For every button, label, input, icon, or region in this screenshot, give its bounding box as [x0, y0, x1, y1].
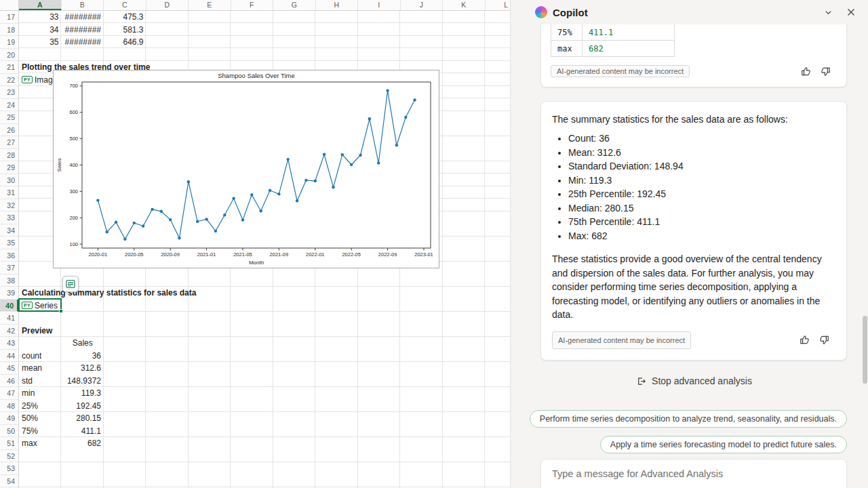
cell-A46[interactable]: std — [19, 375, 62, 388]
suggestion-chip-1[interactable]: Perform time series decomposition to ana… — [530, 410, 847, 428]
cell-B43[interactable]: Sales — [62, 337, 104, 350]
column-header-J[interactable]: J — [401, 0, 443, 10]
column-header-E[interactable]: E — [189, 0, 231, 10]
cell-A49[interactable]: 50% — [19, 412, 62, 425]
python-output-card-button[interactable] — [62, 276, 79, 292]
panel-scrollbar[interactable] — [863, 316, 867, 384]
cell-A18[interactable]: 34 — [19, 24, 62, 37]
row-header-50[interactable]: 50 — [0, 425, 18, 438]
cell-B46[interactable]: 148.9372 — [62, 375, 104, 388]
row-header-52[interactable]: 52 — [0, 450, 18, 463]
column-header-H[interactable]: H — [316, 0, 359, 10]
row-header-47[interactable]: 47 — [0, 387, 18, 400]
row-header-54[interactable]: 54 — [0, 475, 18, 488]
row-header-31[interactable]: 31 — [0, 186, 18, 199]
cell-B48[interactable]: 192.45 — [62, 400, 104, 413]
row-header-36[interactable]: 36 — [0, 249, 18, 262]
row-header-49[interactable]: 49 — [0, 412, 18, 425]
cell-C19[interactable]: 646.9 — [104, 36, 146, 49]
thumbs-up-icon[interactable] — [800, 66, 812, 77]
advanced-analysis-input[interactable] — [552, 468, 835, 479]
python-cell-icon: PY — [22, 76, 33, 83]
suggestion-chip-2[interactable]: Apply a time series forecasting model to… — [600, 436, 847, 453]
cell-B51[interactable]: 682 — [62, 437, 104, 450]
cell-A17[interactable]: 33 — [19, 11, 62, 24]
row-header-30[interactable]: 30 — [0, 174, 18, 187]
row-header-46[interactable]: 46 — [0, 375, 18, 388]
cell-B44[interactable]: 36 — [62, 350, 104, 363]
row-header-20[interactable]: 20 — [0, 49, 18, 62]
cell-A39[interactable]: Calculating summary statistics for sales… — [19, 287, 199, 300]
row-header-24[interactable]: 24 — [0, 99, 18, 112]
cell-B18[interactable]: ######## — [62, 24, 104, 37]
chevron-down-icon[interactable] — [819, 3, 837, 21]
row-header-23[interactable]: 23 — [0, 86, 18, 99]
row-header-29[interactable]: 29 — [0, 161, 18, 174]
summary-bullet: Min: 119.3 — [568, 174, 835, 188]
column-header-B[interactable]: B — [62, 0, 104, 10]
cell-A45[interactable]: mean — [19, 362, 62, 375]
row-header-53[interactable]: 53 — [0, 462, 18, 475]
cell-C18[interactable]: 581.3 — [104, 24, 146, 37]
cell-B49[interactable]: 280.15 — [62, 412, 104, 425]
row-header-27[interactable]: 27 — [0, 136, 18, 149]
cell-value: 280.15 — [76, 413, 101, 423]
row-header-22[interactable]: 22 — [0, 74, 18, 87]
row-header-35[interactable]: 35 — [0, 237, 18, 249]
row-header-42[interactable]: 42 — [0, 325, 18, 338]
row-header-41[interactable]: 41 — [0, 312, 18, 325]
column-header-L[interactable]: L — [486, 0, 511, 10]
cell-A42[interactable]: Preview — [19, 325, 55, 338]
row-header-51[interactable]: 51 — [0, 437, 18, 450]
cell-A48[interactable]: 25% — [19, 400, 62, 413]
cell-B50[interactable]: 411.1 — [62, 425, 104, 438]
stop-advanced-analysis-button[interactable]: Stop advanced analysis — [635, 375, 752, 387]
column-header-I[interactable]: I — [358, 0, 401, 10]
cell-C17[interactable]: 475.3 — [104, 11, 146, 24]
row-header-44[interactable]: 44 — [0, 350, 18, 363]
column-header-D[interactable]: D — [146, 0, 189, 10]
row-header-40[interactable]: 40 — [0, 300, 18, 312]
row-header-17[interactable]: 17 — [0, 11, 18, 24]
row-header-25[interactable]: 25 — [0, 111, 18, 124]
cell-value: 682 — [87, 439, 101, 448]
cell-A19[interactable]: 35 — [19, 36, 62, 49]
row-header-48[interactable]: 48 — [0, 400, 18, 413]
column-header-A[interactable]: A — [19, 0, 62, 10]
close-icon[interactable] — [842, 3, 860, 21]
column-header-K[interactable]: K — [443, 0, 486, 10]
select-all-corner[interactable] — [0, 0, 19, 11]
row-header-45[interactable]: 45 — [0, 362, 18, 375]
thumbs-up-icon[interactable] — [799, 334, 810, 346]
row-header-38[interactable]: 38 — [0, 274, 18, 287]
cell-B19[interactable]: ######## — [62, 36, 104, 49]
row-header-28[interactable]: 28 — [0, 149, 18, 162]
thumbs-down-icon[interactable] — [820, 66, 831, 77]
row-header-34[interactable]: 34 — [0, 224, 18, 237]
row-header-18[interactable]: 18 — [0, 24, 18, 37]
column-header-F[interactable]: F — [231, 0, 274, 10]
row-header-21[interactable]: 21 — [0, 61, 18, 74]
cell-A47[interactable]: min — [19, 387, 62, 400]
column-header-G[interactable]: G — [273, 0, 316, 10]
row-header-39[interactable]: 39 — [0, 287, 18, 300]
row-header-43[interactable]: 43 — [0, 337, 18, 350]
cell-A50[interactable]: 75% — [19, 425, 62, 438]
row-header-26[interactable]: 26 — [0, 124, 18, 137]
cell-B47[interactable]: 119.3 — [62, 387, 104, 400]
row-header-19[interactable]: 19 — [0, 36, 18, 49]
row-header-37[interactable]: 37 — [0, 262, 18, 274]
column-header-C[interactable]: C — [104, 0, 146, 10]
row-header-32[interactable]: 32 — [0, 199, 18, 212]
cell-B45[interactable]: 312.6 — [62, 362, 104, 375]
cell-A51[interactable]: max — [19, 437, 62, 450]
cell-B17[interactable]: ######## — [62, 11, 104, 24]
cell-value: 35 — [50, 37, 58, 47]
fill-handle[interactable] — [59, 309, 63, 313]
thumbs-down-icon[interactable] — [818, 334, 830, 346]
row-header-33[interactable]: 33 — [0, 211, 18, 224]
sales-chart-object[interactable]: Shampoo Sales Over Time10020030040050060… — [53, 70, 439, 268]
cell-A44[interactable]: count — [19, 350, 62, 363]
svg-text:2020-09: 2020-09 — [161, 251, 180, 258]
cell-value: 148.9372 — [67, 376, 101, 386]
